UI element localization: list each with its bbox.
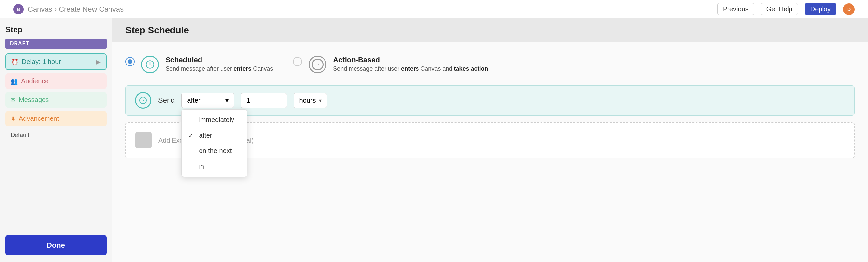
timing-option-immediately[interactable]: immediately: [182, 112, 247, 128]
timing-option-after[interactable]: ✓ after: [182, 128, 247, 143]
draft-badge: DRAFT: [5, 39, 106, 49]
scheduled-description: Send message after user enters Canvas: [165, 66, 273, 72]
messages-icon: ✉: [10, 97, 16, 104]
sidebar-item-advancement[interactable]: ⬇ Advancement: [5, 111, 106, 126]
timing-selected-value: after: [187, 97, 200, 104]
top-bar-left: B Canvas › Create New Canvas: [13, 4, 124, 14]
send-row: Send after ▾ immediately ✓: [125, 85, 855, 116]
send-label: Send: [158, 96, 175, 105]
top-bar-right: Previous Get Help Deploy D: [717, 3, 855, 15]
content-header: Step Schedule: [112, 18, 868, 42]
page-title: Step Schedule: [125, 25, 855, 36]
in-label: in: [199, 162, 204, 170]
content-body: Scheduled Send message after user enters…: [112, 42, 868, 262]
sidebar-items: ⏰ Delay: 1 hour ▶ 👥 Audience ✉ Messages …: [5, 53, 106, 139]
action-based-icon: [309, 55, 327, 73]
advancement-label: Advancement: [19, 115, 59, 122]
advancement-icon: ⬇: [10, 115, 16, 122]
delay-label: Delay: 1 hour: [22, 58, 61, 66]
timing-dropdown-trigger[interactable]: after ▾: [181, 93, 234, 108]
sidebar-item-audience[interactable]: 👥 Audience: [5, 73, 106, 89]
main-layout: Step DRAFT ⏰ Delay: 1 hour ▶ 👥 Audience …: [0, 18, 868, 262]
sidebar: Step DRAFT ⏰ Delay: 1 hour ▶ 👥 Audience …: [0, 18, 112, 262]
immediately-checkmark: [188, 116, 195, 123]
in-checkmark: [188, 163, 195, 170]
default-label: Default: [5, 132, 106, 139]
svg-point-1: [317, 64, 318, 65]
sidebar-item-messages[interactable]: ✉ Messages: [5, 92, 106, 108]
send-row-icon: [135, 92, 151, 109]
delay-icon: ⏰: [11, 58, 19, 66]
action-based-title: Action-Based: [333, 55, 488, 64]
timing-dropdown-menu: immediately ✓ after on the next in: [181, 109, 247, 177]
breadcrumb: Canvas › Create New Canvas: [28, 5, 124, 13]
logo-icon: B: [13, 4, 24, 14]
timing-dropdown-arrow: ▾: [225, 97, 228, 104]
audience-icon: 👥: [10, 78, 18, 85]
exception-icon: [135, 132, 152, 148]
avatar: D: [843, 3, 855, 15]
after-checkmark: ✓: [188, 132, 195, 139]
hours-dropdown-arrow: ▾: [319, 98, 321, 104]
audience-label: Audience: [21, 77, 49, 85]
timing-value-input[interactable]: 1: [241, 93, 287, 108]
sidebar-title: Step: [5, 25, 106, 34]
scheduled-radio[interactable]: [125, 57, 134, 66]
scheduled-radio-inner: [128, 59, 132, 64]
done-button[interactable]: Done: [5, 235, 106, 255]
immediately-label: immediately: [199, 116, 234, 124]
timing-dropdown-wrapper: after ▾ immediately ✓ after: [181, 93, 234, 108]
content-area: Step Schedule Sched: [112, 18, 868, 262]
timing-option-in[interactable]: in: [182, 159, 247, 174]
on-the-next-label: on the next: [199, 147, 231, 155]
sidebar-item-delay[interactable]: ⏰ Delay: 1 hour ▶: [5, 53, 106, 70]
schedule-types: Scheduled Send message after user enters…: [125, 55, 855, 73]
scheduled-icon: [141, 55, 159, 73]
delay-arrow: ▶: [96, 58, 101, 66]
scheduled-option[interactable]: Scheduled Send message after user enters…: [125, 55, 273, 73]
action-based-description: Send message after user enters Canvas an…: [333, 66, 488, 72]
timing-option-on-the-next[interactable]: on the next: [182, 143, 247, 159]
action-based-radio[interactable]: [293, 57, 302, 66]
on-the-next-checkmark: [188, 147, 195, 154]
scheduled-title: Scheduled: [165, 55, 273, 64]
messages-label: Messages: [19, 96, 49, 104]
previous-button[interactable]: Previous: [717, 3, 754, 15]
deploy-button[interactable]: Deploy: [805, 3, 836, 15]
get-help-button[interactable]: Get Help: [761, 3, 798, 15]
hours-label: hours: [299, 97, 316, 104]
action-based-text: Action-Based Send message after user ent…: [333, 55, 488, 72]
scheduled-text: Scheduled Send message after user enters…: [165, 55, 273, 72]
hours-dropdown[interactable]: hours ▾: [293, 93, 327, 108]
after-label: after: [199, 132, 212, 139]
top-bar: B Canvas › Create New Canvas Previous Ge…: [0, 0, 868, 18]
action-based-option[interactable]: Action-Based Send message after user ent…: [293, 55, 488, 73]
